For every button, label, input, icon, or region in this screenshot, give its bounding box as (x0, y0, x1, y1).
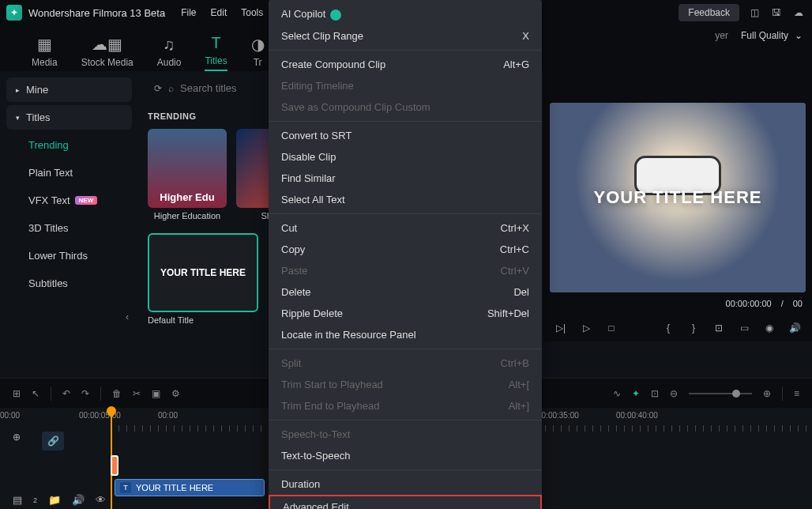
tl-audio-icon[interactable]: 🔊 (72, 494, 85, 506)
time-current: 00:00:00:00 (726, 299, 772, 308)
ctx-cut[interactable]: CutCtrl+X (269, 217, 542, 239)
ctx-select-clip-range[interactable]: Select Clip RangeX (269, 25, 542, 47)
tab-stock-media[interactable]: ☁▦Stock Media (81, 35, 133, 71)
zoom-out-icon[interactable]: ⊖ (670, 388, 678, 399)
app-title: Wondershare Filmora 13 Beta (28, 7, 165, 19)
sidebar-item-trending[interactable]: Trending (6, 133, 132, 157)
stock-media-icon: ☁▦ (92, 35, 122, 54)
ctx-delete[interactable]: DeleteDel (269, 281, 542, 303)
tab-audio[interactable]: ♫Audio (157, 36, 182, 71)
ctx-advanced-edit[interactable]: Advanced Edit (269, 495, 542, 509)
ctx-paste: PasteCtrl+V (269, 260, 542, 281)
sidebar-item-3d-titles[interactable]: 3D Titles (6, 216, 132, 240)
context-menu: AI Copilot Select Clip RangeX Create Com… (269, 0, 542, 509)
fit-icon[interactable]: ⊡ (651, 388, 659, 399)
tab-titles[interactable]: TTitles (205, 34, 227, 71)
sidebar-item-subtitles[interactable]: Subtitles (6, 271, 132, 296)
refresh-icon[interactable]: ⟳ (154, 83, 162, 94)
crop-tool-icon[interactable]: ▣ (152, 388, 160, 399)
speed-icon[interactable]: ⚙ (171, 388, 180, 399)
mark-in-icon[interactable]: { (662, 322, 675, 334)
ctx-create-compound[interactable]: Create Compound ClipAlt+G (269, 54, 542, 75)
clip-marker[interactable] (111, 455, 118, 476)
ctx-find-similar[interactable]: Find Similar (269, 168, 542, 189)
zoom-slider[interactable] (689, 393, 752, 394)
ctx-disable-clip[interactable]: Disable Clip (269, 146, 542, 168)
ai-copilot-icon (330, 9, 341, 21)
menu-file[interactable]: File (181, 7, 196, 18)
sidebar-item-vfx-text[interactable]: VFX TextNEW (6, 188, 132, 213)
player-label-partial: yer (715, 30, 728, 41)
feedback-button[interactable]: Feedback (679, 4, 739, 21)
new-badge: NEW (75, 196, 98, 205)
title-clip[interactable]: T YOUR TITLE HERE (115, 479, 265, 496)
ruler-time-5: 00:00:40:00 (616, 411, 658, 420)
cursor-icon[interactable]: ↖ (32, 388, 39, 399)
play-button[interactable]: ▷ (580, 322, 592, 334)
video-preview[interactable]: YOUR TITLE HERE (550, 103, 806, 292)
audio-waveform-icon[interactable]: ∿ (613, 388, 621, 399)
ctx-ai-copilot[interactable]: AI Copilot (269, 3, 542, 25)
tl-folder-icon[interactable]: 📁 (48, 494, 61, 506)
snapshot-icon[interactable]: ◉ (763, 322, 776, 334)
layout-icon[interactable]: ◫ (747, 6, 761, 20)
display-icon[interactable]: ▭ (738, 322, 750, 334)
sidebar-collapse-button[interactable]: ‹ (6, 311, 132, 322)
crop-icon[interactable]: ⊡ (712, 322, 725, 334)
ctx-duration[interactable]: Duration (269, 473, 542, 495)
trash-icon[interactable]: 🗑 (112, 388, 122, 399)
time-total: 00 (793, 299, 803, 308)
sidebar-item-mine[interactable]: ▸Mine (6, 77, 132, 102)
quality-dropdown[interactable]: Full Quality⌄ (741, 30, 803, 41)
ctx-copy[interactable]: CopyCtrl+C (269, 239, 542, 260)
ruler-time-2: 00:00 (158, 411, 178, 420)
tl-eye-icon[interactable]: 👁 (96, 494, 106, 506)
scissors-icon[interactable]: ✂ (133, 388, 141, 399)
ruler-time-4: 00:00:35:00 (537, 411, 579, 420)
tab-media[interactable]: ▦Media (32, 35, 58, 71)
link-icon[interactable]: 🔗 (42, 432, 64, 451)
chevron-down-icon: ⌄ (795, 30, 803, 41)
ctx-trim-end: Trim End to PlayheadAlt+] (269, 395, 542, 417)
menu-tools[interactable]: Tools (241, 7, 263, 18)
list-view-icon[interactable]: ≡ (794, 388, 799, 399)
marker-icon[interactable]: ✦ (632, 388, 640, 399)
tl-badge: 2 (33, 496, 37, 504)
save-icon[interactable]: 🖫 (769, 6, 784, 20)
undo-icon[interactable]: ↶ (62, 388, 70, 399)
sidebar-item-titles[interactable]: ▾Titles (6, 105, 132, 130)
ctx-split: SplitCtrl+B (269, 353, 542, 374)
media-icon: ▦ (37, 35, 52, 54)
ctx-text-to-speech[interactable]: Text-to-Speech (269, 445, 542, 466)
stop-button[interactable]: □ (605, 322, 618, 334)
ctx-locate[interactable]: Locate in the Resource Panel (269, 324, 542, 345)
search-icon[interactable]: ⌕ (168, 83, 174, 94)
ctx-select-all-text[interactable]: Select All Text (269, 189, 542, 210)
transitions-icon: ◑ (251, 35, 265, 54)
volume-icon[interactable]: 🔊 (788, 322, 801, 334)
prev-frame-button[interactable]: ▷| (554, 322, 567, 334)
sidebar-item-plain-text[interactable]: Plain Text (6, 160, 132, 185)
audio-icon: ♫ (164, 36, 175, 54)
ctx-trim-start: Trim Start to PlayheadAlt+[ (269, 374, 542, 395)
title-clip-icon: T (120, 482, 131, 493)
elements-icon[interactable]: ⊞ (13, 388, 21, 399)
cloud-upload-icon[interactable]: ☁ (791, 6, 806, 20)
ctx-convert-srt[interactable]: Convert to SRT (269, 125, 542, 146)
mark-out-icon[interactable]: } (687, 322, 700, 334)
sidebar-item-lower-thirds[interactable]: Lower Thirds (6, 243, 132, 268)
tl-layers-icon[interactable]: ▤ (13, 494, 22, 506)
redo-icon[interactable]: ↷ (81, 388, 89, 399)
ruler-time-0: 00:00 (0, 411, 20, 420)
search-input[interactable] (180, 82, 275, 94)
title-thumb-default-title[interactable]: YOUR TITLE HERE Default Title (148, 233, 227, 325)
track-add-icon[interactable]: ⊕ (13, 432, 21, 443)
app-logo: ✦ (6, 5, 22, 21)
ctx-ripple-delete[interactable]: Ripple DeleteShift+Del (269, 303, 542, 324)
menu-edit[interactable]: Edit (211, 7, 227, 18)
title-thumb-higher-education[interactable]: Higher Edu Higher Education (148, 129, 227, 221)
ctx-editing-timeline: Editing Timeline (269, 75, 542, 96)
zoom-in-icon[interactable]: ⊕ (763, 388, 771, 399)
tab-transitions[interactable]: ◑Tr (251, 35, 265, 71)
ctx-save-compound: Save as Compound Clip Custom (269, 96, 542, 118)
